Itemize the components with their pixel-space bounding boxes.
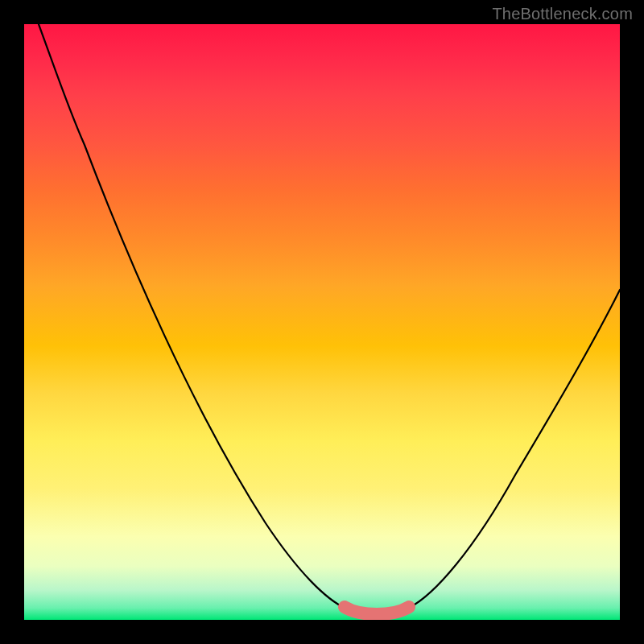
- optimal-range-highlight: [345, 607, 409, 614]
- watermark-text: TheBottleneck.com: [492, 5, 633, 23]
- curve-left-branch: [39, 24, 346, 609]
- curve-right-branch: [407, 290, 620, 609]
- chart-frame: TheBottleneck.com: [0, 0, 644, 644]
- bottleneck-curve: [24, 24, 620, 620]
- chart-plot-area: [24, 24, 620, 620]
